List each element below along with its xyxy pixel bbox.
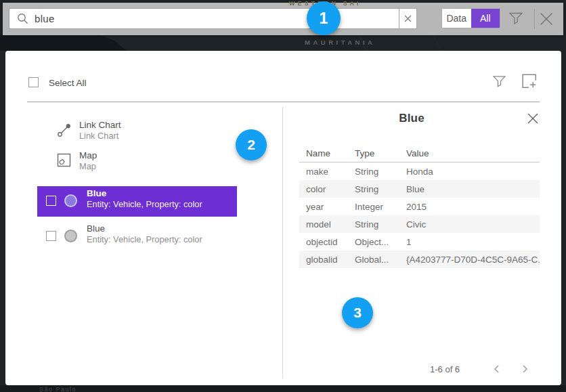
map-label-sao-paulo: São Paulo <box>39 386 77 392</box>
search-box[interactable] <box>9 8 417 29</box>
callout-badge-2: 2 <box>236 129 267 160</box>
close-icon[interactable] <box>539 12 554 26</box>
callout-badge-1: 1 <box>307 1 341 35</box>
detail-title: Blue <box>290 112 534 125</box>
map-border-lines <box>0 35 566 51</box>
results-filter-icon[interactable] <box>493 75 506 87</box>
pagination-label: 1-6 of 6 <box>430 364 460 374</box>
item-checkbox[interactable] <box>46 231 56 241</box>
item-checkbox[interactable] <box>46 196 56 206</box>
map-label-mauritania: MAURITANIA <box>305 39 375 46</box>
scope-all-button[interactable]: All <box>471 9 500 28</box>
table-row: model String Civic <box>299 215 540 233</box>
toolbar-divider <box>534 9 535 29</box>
detail-close-icon[interactable] <box>527 112 539 125</box>
table-row: color String Blue <box>299 180 540 198</box>
entity-node-icon <box>64 194 77 207</box>
entity-node-icon <box>64 230 77 242</box>
scope-toggle: Data All <box>441 8 500 28</box>
list-item-blue[interactable]: Blue Entity: Vehicle, Property: color <box>37 221 237 252</box>
map-icon <box>57 153 71 167</box>
search-toolbar: Data All <box>3 3 563 35</box>
column-header-name: Name <box>306 148 355 158</box>
attribute-table: Name Type Value make String Honda color … <box>299 145 540 268</box>
search-input[interactable] <box>35 13 399 24</box>
list-item-title: Map <box>79 150 97 161</box>
table-row: year Integer 2015 <box>299 198 540 215</box>
prev-page-button[interactable] <box>489 361 505 377</box>
callout-badge-3: 3 <box>342 297 373 328</box>
column-header-value: Value <box>406 148 540 158</box>
search-icon <box>17 13 28 24</box>
list-item-subtitle: Link Chart <box>79 131 121 141</box>
clear-search-button[interactable] <box>399 9 416 28</box>
table-row: make String Honda <box>299 162 540 180</box>
list-item-subtitle: Map <box>79 161 97 172</box>
list-item-subtitle: Entity: Vehicle, Property: color <box>87 234 202 245</box>
table-row: objectid Object... 1 <box>299 233 540 251</box>
column-header-type: Type <box>355 148 406 158</box>
link-chart-icon <box>57 123 72 137</box>
panel-header-divider <box>27 102 540 102</box>
list-item-subtitle: Entity: Vehicle, Property: color <box>87 199 202 210</box>
list-item-blue-selected[interactable]: Blue Entity: Vehicle, Property: color <box>37 186 237 217</box>
next-page-button[interactable] <box>517 361 533 377</box>
list-detail-divider <box>282 107 283 378</box>
list-item-title: Link Chart <box>79 120 121 131</box>
scope-data-button[interactable]: Data <box>442 9 471 28</box>
select-all-checkbox[interactable] <box>28 77 39 87</box>
filter-icon[interactable] <box>509 12 523 24</box>
list-item-title: Blue <box>87 188 202 199</box>
table-header-row: Name Type Value <box>299 145 540 162</box>
map-landmass-bottom <box>0 385 566 392</box>
table-row: globalid Global... {A4203777-D70D-4C5C-9… <box>299 251 540 268</box>
list-item-title: Blue <box>87 223 202 234</box>
search-results-panel: Select All Link Chart Link Chart <box>5 51 561 385</box>
select-all-label: Select All <box>49 78 87 88</box>
add-to-new-icon[interactable] <box>522 74 537 89</box>
